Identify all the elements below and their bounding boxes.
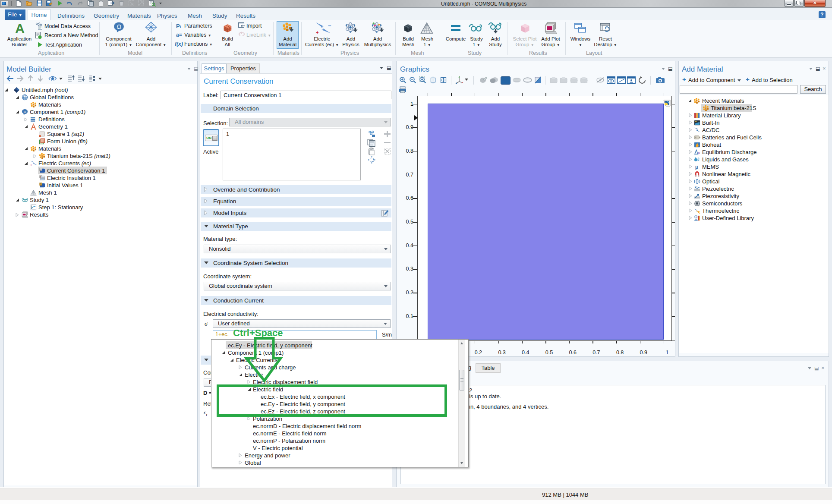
svg-text:−: − <box>328 22 331 29</box>
svg-text:+: + <box>316 30 318 35</box>
svg-text:u: u <box>698 151 700 155</box>
svg-text:μ: μ <box>695 164 698 170</box>
